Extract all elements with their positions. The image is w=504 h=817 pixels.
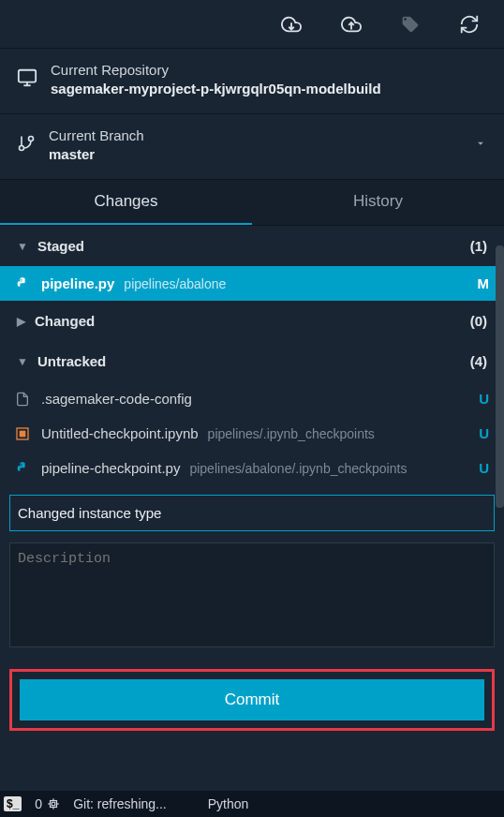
commit-button[interactable]: Commit <box>20 679 484 720</box>
tab-bar: Changes History <box>0 180 504 226</box>
chevron-right-icon: ▶ <box>17 315 25 328</box>
file-row[interactable]: pipeline.py pipelines/abalone M <box>0 266 504 301</box>
section-staged-title: Staged <box>37 238 84 254</box>
section-changed[interactable]: ▶ Changed (0) <box>0 301 504 341</box>
chevron-down-icon: ▼ <box>17 355 28 368</box>
section-staged[interactable]: ▼ Staged (1) <box>0 226 504 266</box>
commit-area <box>0 485 504 660</box>
file-path: pipelines/abalone <box>124 276 226 291</box>
section-untracked[interactable]: ▼ Untracked (4) <box>0 341 504 381</box>
svg-point-6 <box>29 137 34 141</box>
repository-label: Current Repository <box>51 62 381 78</box>
python-file-icon <box>15 276 32 291</box>
file-status: U <box>479 460 489 476</box>
git-status[interactable]: Git: refreshing... <box>73 796 167 811</box>
commit-summary-input[interactable] <box>9 495 495 531</box>
file-name: pipeline-checkpoint.py <box>41 460 180 476</box>
section-untracked-count: (4) <box>470 353 487 369</box>
section-changed-title: Changed <box>35 313 95 329</box>
file-name: .sagemaker-code-config <box>41 391 192 407</box>
svg-rect-9 <box>20 430 26 437</box>
notebook-file-icon <box>15 426 32 441</box>
file-icon <box>15 392 32 407</box>
chevron-down-icon: ▼ <box>17 240 28 253</box>
toolbar <box>0 0 504 49</box>
file-status: M <box>478 275 490 291</box>
cloud-upload-icon[interactable] <box>341 14 362 35</box>
tab-history[interactable]: History <box>252 180 504 225</box>
repository-name: sagemaker-myproject-p-kjwrgqlr05qn-model… <box>51 81 381 97</box>
svg-point-7 <box>20 146 24 151</box>
repository-selector[interactable]: Current Repository sagemaker-myproject-p… <box>0 49 504 114</box>
file-row[interactable]: Untitled-checkpoint.ipynb pipelines/.ipy… <box>0 416 504 451</box>
scrollbar[interactable] <box>496 245 504 508</box>
python-file-icon <box>15 461 32 476</box>
file-name: pipeline.py <box>41 275 114 291</box>
branch-icon <box>17 134 36 156</box>
section-staged-count: (1) <box>470 238 487 254</box>
branch-selector[interactable]: Current Branch master <box>0 114 504 180</box>
language-mode[interactable]: Python <box>208 796 249 811</box>
svg-rect-2 <box>19 70 36 82</box>
cloud-download-icon[interactable] <box>281 14 302 35</box>
cpu-icon <box>47 797 60 810</box>
tag-icon[interactable] <box>401 15 420 34</box>
commit-description-input[interactable] <box>9 542 495 647</box>
commit-button-highlight: Commit <box>9 669 495 731</box>
section-changed-count: (0) <box>470 313 487 329</box>
section-untracked-title: Untracked <box>37 353 106 369</box>
monitor-icon <box>17 67 37 91</box>
refresh-icon[interactable] <box>459 14 480 35</box>
terminal-icon: $_ <box>4 796 22 811</box>
svg-rect-10 <box>51 801 57 808</box>
file-row[interactable]: .sagemaker-code-config U <box>0 381 504 416</box>
file-path: pipelines/.ipynb_checkpoints <box>208 426 375 441</box>
caret-down-icon <box>474 137 487 153</box>
file-name: Untitled-checkpoint.ipynb <box>41 425 199 441</box>
file-row[interactable]: pipeline-checkpoint.py pipelines/abalone… <box>0 451 504 485</box>
tab-changes[interactable]: Changes <box>0 180 252 225</box>
file-status: U <box>479 391 489 407</box>
branch-name: master <box>49 146 144 162</box>
svg-rect-11 <box>52 802 55 806</box>
file-status: U <box>479 425 489 441</box>
branch-label: Current Branch <box>49 127 144 143</box>
terminal-button[interactable]: $_ <box>4 796 22 811</box>
file-path: pipelines/abalone/.ipynb_checkpoints <box>189 461 407 476</box>
error-count[interactable]: 0 <box>35 796 60 811</box>
statusbar: $_ 0 Git: refreshing... Python <box>0 791 504 817</box>
